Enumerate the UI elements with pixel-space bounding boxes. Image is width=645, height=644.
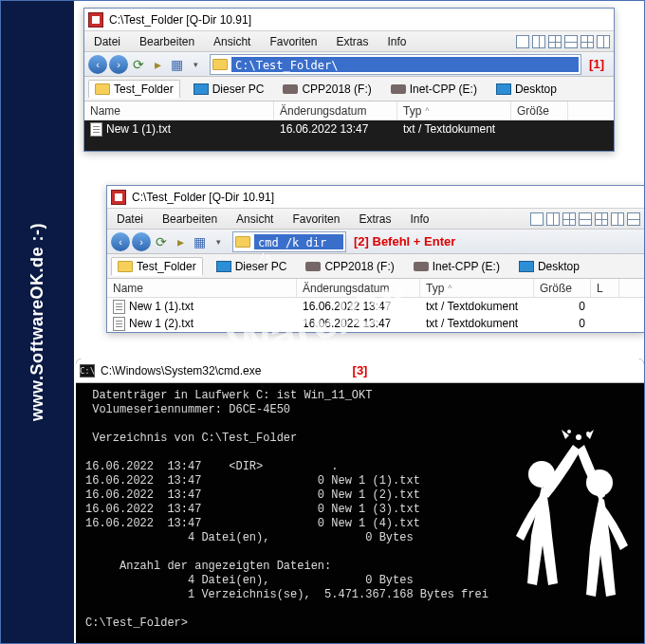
menu-bearbeiten[interactable]: Bearbeiten bbox=[153, 210, 227, 229]
tab-testfolder[interactable]: Test_Folder bbox=[88, 80, 180, 99]
qdir-window-1: C:\Test_Folder [Q-Dir 10.91] Datei Bearb… bbox=[83, 8, 615, 152]
tab-inetcpp[interactable]: Inet-CPP (E:) bbox=[385, 81, 483, 98]
view-grid-icon[interactable]: ▦ bbox=[168, 56, 185, 73]
col-size[interactable]: Größe bbox=[534, 279, 591, 297]
cell-size: 0 bbox=[534, 300, 591, 313]
cmd-icon: C:\ bbox=[80, 364, 95, 377]
sort-asc-icon: ^ bbox=[448, 284, 452, 293]
refresh-icon[interactable]: ⟳ bbox=[130, 56, 147, 73]
tab-label: Desktop bbox=[515, 83, 557, 96]
tabbar: Test_Folder Dieser PC CPP2018 (F:) Inet-… bbox=[107, 254, 644, 279]
cell-name: New 1 (1).txt bbox=[106, 122, 171, 136]
monitor-icon bbox=[496, 83, 511, 95]
back-button[interactable]: ‹ bbox=[88, 55, 107, 74]
tab-desktop[interactable]: Desktop bbox=[513, 258, 585, 275]
view-dropdown-icon[interactable]: ▾ bbox=[210, 233, 227, 250]
view-dropdown-icon[interactable]: ▾ bbox=[187, 56, 204, 73]
back-button[interactable]: ‹ bbox=[111, 232, 130, 251]
textfile-icon bbox=[90, 122, 102, 137]
col-date[interactable]: Änderungsdatum bbox=[274, 101, 397, 120]
menu-ansicht[interactable]: Ansicht bbox=[227, 210, 283, 229]
layout-hsplit-icon[interactable] bbox=[579, 212, 592, 226]
address-text[interactable]: cmd /k dir /s bbox=[254, 234, 343, 249]
layout-icons bbox=[516, 35, 614, 48]
table-row[interactable]: New 1 (1).txt 16.06.2022 13:47 txt / Tex… bbox=[84, 120, 614, 138]
titlebar[interactable]: C:\ C:\Windows\System32\cmd.exe [3] bbox=[76, 359, 644, 383]
layout-quad2-icon[interactable] bbox=[580, 35, 594, 48]
cell-date: 16.06.2022 13:47 bbox=[297, 317, 420, 330]
titlebar[interactable]: C:\Test_Folder [Q-Dir 10.91] bbox=[107, 186, 644, 209]
hdd-icon bbox=[305, 262, 321, 271]
layout-quad-icon[interactable] bbox=[562, 212, 576, 226]
layout-hsplit2-icon[interactable] bbox=[627, 212, 640, 226]
layout-single-icon[interactable] bbox=[516, 35, 529, 48]
tab-cpp2018[interactable]: CPP2018 (F:) bbox=[300, 258, 399, 275]
menu-datei[interactable]: Datei bbox=[107, 210, 153, 229]
banner-text: www.SoftwareOK.de :-) bbox=[28, 223, 47, 421]
address-box[interactable]: C:\Test_Folder\ bbox=[210, 54, 581, 75]
app-icon bbox=[88, 12, 103, 28]
tab-dieserpc[interactable]: Dieser PC bbox=[211, 258, 293, 275]
table-row[interactable]: New 1 (2).txt 16.06.2022 13:47 txt / Tex… bbox=[107, 315, 644, 332]
cell-size: 0 bbox=[534, 317, 591, 330]
layout-vsplit2-icon[interactable] bbox=[597, 35, 610, 48]
menu-info[interactable]: Info bbox=[378, 32, 415, 51]
textfile-icon bbox=[113, 300, 125, 314]
folder-icon bbox=[212, 59, 228, 70]
cell-type: txt / Textdokument bbox=[420, 300, 534, 313]
tab-desktop[interactable]: Desktop bbox=[490, 81, 562, 98]
menu-favoriten[interactable]: Favoriten bbox=[283, 210, 349, 229]
view-grid-icon[interactable]: ▦ bbox=[191, 233, 208, 250]
textfile-icon bbox=[113, 317, 125, 331]
tab-label: Inet-CPP (E:) bbox=[410, 83, 477, 96]
forward-button[interactable]: › bbox=[109, 55, 128, 74]
forward-button[interactable]: › bbox=[132, 232, 151, 251]
tab-label: Desktop bbox=[538, 260, 580, 273]
col-l[interactable]: L bbox=[591, 279, 619, 297]
monitor-icon bbox=[519, 261, 534, 272]
menu-info[interactable]: Info bbox=[400, 210, 438, 229]
cell-date: 16.06.2022 13:47 bbox=[274, 122, 397, 136]
hdd-icon bbox=[391, 84, 406, 94]
tab-testfolder[interactable]: Test_Folder bbox=[111, 257, 203, 276]
layout-hsplit-icon[interactable] bbox=[564, 35, 578, 48]
tab-label: Test_Folder bbox=[137, 260, 196, 273]
col-type[interactable]: Typ^ bbox=[420, 279, 534, 297]
up-icon[interactable]: ▸ bbox=[172, 233, 189, 250]
col-size[interactable]: Größe bbox=[511, 101, 568, 120]
address-box[interactable]: cmd /k dir /s bbox=[232, 231, 346, 252]
refresh-icon[interactable]: ⟳ bbox=[153, 233, 170, 250]
layout-vsplit-icon[interactable] bbox=[546, 212, 560, 226]
cell-name: New 1 (1).txt bbox=[129, 300, 194, 313]
col-name[interactable]: Name bbox=[107, 279, 297, 297]
hdd-icon bbox=[283, 84, 298, 94]
window-title: C:\Test_Folder [Q-Dir 10.91] bbox=[132, 191, 274, 204]
layout-vsplit-icon[interactable] bbox=[532, 35, 545, 48]
list-header: Name Änderungsdatum Typ^ Größe L bbox=[107, 279, 644, 298]
table-row[interactable]: New 1 (1).txt 16.06.2022 13:47 txt / Tex… bbox=[107, 298, 644, 315]
titlebar[interactable]: C:\Test_Folder [Q-Dir 10.91] bbox=[84, 9, 614, 31]
tab-inetcpp[interactable]: Inet-CPP (E:) bbox=[408, 258, 506, 275]
up-icon[interactable]: ▸ bbox=[149, 56, 166, 73]
file-list: Name Änderungsdatum Typ^ Größe L New 1 (… bbox=[107, 279, 644, 332]
cell-name: New 1 (2).txt bbox=[129, 317, 194, 330]
menubar: Datei Bearbeiten Ansicht Favoriten Extra… bbox=[107, 209, 644, 230]
layout-single-icon[interactable] bbox=[530, 212, 544, 226]
hdd-icon bbox=[414, 262, 429, 271]
menu-ansicht[interactable]: Ansicht bbox=[204, 32, 260, 51]
col-name[interactable]: Name bbox=[84, 101, 274, 120]
menu-favoriten[interactable]: Favoriten bbox=[260, 32, 326, 51]
col-date[interactable]: Änderungsdatum bbox=[297, 279, 420, 297]
layout-quad2-icon[interactable] bbox=[595, 212, 608, 226]
layout-quad-icon[interactable] bbox=[548, 35, 562, 48]
menu-bearbeiten[interactable]: Bearbeiten bbox=[130, 32, 204, 51]
layout-vsplit2-icon[interactable] bbox=[611, 212, 624, 226]
tab-cpp2018[interactable]: CPP2018 (F:) bbox=[277, 81, 377, 98]
tab-dieserpc[interactable]: Dieser PC bbox=[188, 81, 270, 98]
menu-extras[interactable]: Extras bbox=[349, 210, 400, 229]
menu-datei[interactable]: Datei bbox=[84, 32, 130, 51]
address-text[interactable]: C:\Test_Folder\ bbox=[231, 57, 579, 72]
menu-extras[interactable]: Extras bbox=[326, 32, 378, 51]
col-type[interactable]: Typ^ bbox=[397, 101, 511, 120]
table-row[interactable] bbox=[84, 138, 614, 151]
